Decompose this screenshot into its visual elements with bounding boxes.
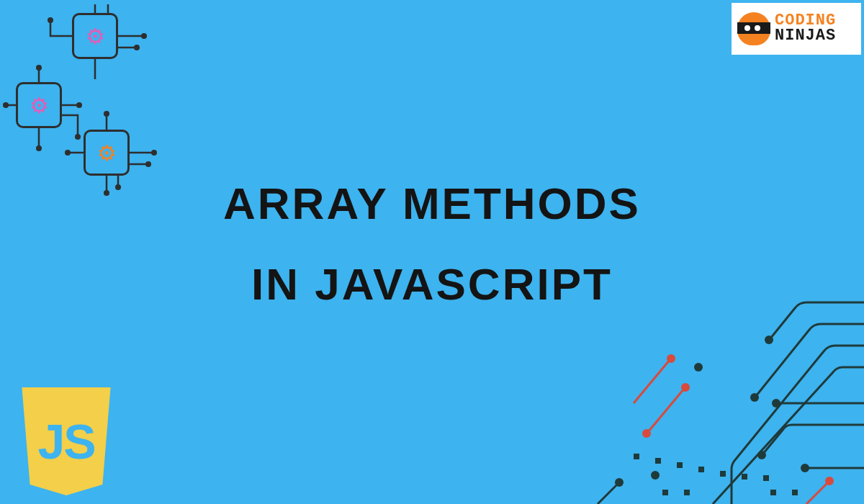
- svg-point-22: [825, 477, 834, 485]
- svg-point-5: [76, 102, 82, 108]
- svg-rect-34: [684, 490, 690, 495]
- svg-point-8: [104, 111, 109, 117]
- svg-point-9: [65, 150, 71, 156]
- svg-point-2: [134, 45, 140, 50]
- chip-icon: ⚙: [84, 130, 130, 176]
- svg-point-25: [694, 363, 703, 372]
- svg-rect-26: [634, 454, 639, 459]
- banner-title: Array Methods in Javascript: [223, 163, 641, 324]
- gear-icon: ⚙: [97, 140, 117, 166]
- ninja-icon: [737, 12, 770, 45]
- chip-icon: ⚙: [16, 82, 62, 128]
- gear-icon: ⚙: [30, 93, 49, 118]
- gear-icon: ⚙: [86, 24, 105, 49]
- svg-point-15: [750, 393, 759, 402]
- svg-point-12: [104, 190, 109, 196]
- svg-rect-33: [662, 490, 668, 495]
- svg-rect-30: [720, 471, 726, 477]
- svg-rect-31: [742, 474, 747, 480]
- svg-rect-36: [792, 490, 798, 495]
- svg-point-11: [145, 161, 151, 167]
- chip-decoration: ⚙ ⚙ ⚙: [0, 0, 173, 202]
- svg-point-14: [765, 336, 773, 344]
- svg-rect-27: [655, 458, 661, 464]
- svg-point-24: [651, 471, 660, 480]
- brand-text: CODING NINJAS: [775, 14, 836, 44]
- svg-point-13: [115, 184, 121, 190]
- svg-point-3: [36, 65, 42, 71]
- svg-point-1: [141, 33, 147, 39]
- circuit-decoration: [590, 259, 864, 504]
- brand-word-2: NINJAS: [775, 29, 836, 44]
- coding-ninjas-logo: CODING NINJAS: [732, 3, 861, 55]
- svg-point-0: [48, 17, 53, 23]
- svg-point-17: [757, 451, 766, 459]
- svg-point-21: [667, 354, 675, 363]
- svg-point-16: [772, 399, 780, 408]
- svg-point-20: [642, 429, 651, 438]
- svg-point-7: [36, 145, 42, 151]
- javascript-shield-icon: JS: [16, 387, 117, 495]
- svg-point-10: [151, 150, 157, 156]
- svg-point-18: [801, 464, 809, 472]
- svg-point-19: [681, 383, 690, 392]
- svg-point-6: [75, 134, 81, 140]
- svg-rect-29: [698, 467, 704, 472]
- title-line-1: Array Methods: [223, 163, 641, 244]
- js-badge-text: JS: [37, 413, 94, 469]
- chip-icon: ⚙: [72, 13, 118, 59]
- svg-rect-28: [677, 462, 683, 468]
- svg-point-4: [3, 102, 9, 108]
- title-line-2: in Javascript: [223, 244, 641, 325]
- svg-rect-32: [763, 475, 769, 481]
- svg-rect-35: [770, 490, 776, 495]
